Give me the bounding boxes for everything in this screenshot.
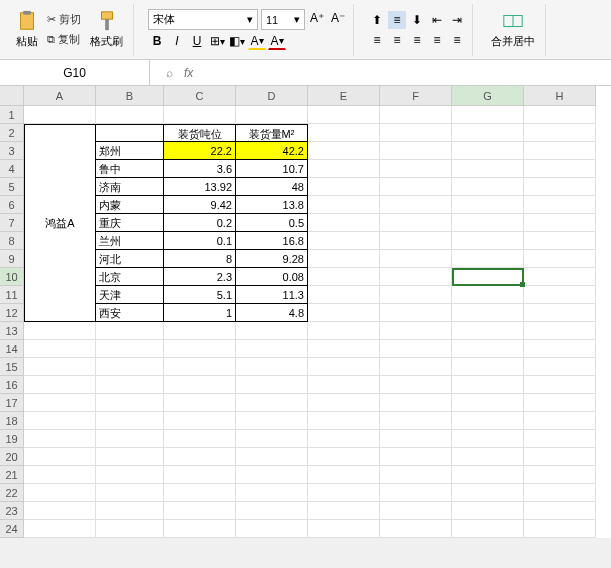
row-header[interactable]: 8: [0, 232, 24, 250]
row-header[interactable]: 5: [0, 178, 24, 196]
cell-D17[interactable]: [236, 394, 308, 412]
cell-G3[interactable]: [452, 142, 524, 160]
cell-G20[interactable]: [452, 448, 524, 466]
cell-H11[interactable]: [524, 286, 596, 304]
cell-F14[interactable]: [380, 340, 452, 358]
cell-F5[interactable]: [380, 178, 452, 196]
cell-B14[interactable]: [96, 340, 164, 358]
cell-G15[interactable]: [452, 358, 524, 376]
cell-F7[interactable]: [380, 214, 452, 232]
cell-F2[interactable]: [380, 124, 452, 142]
cell-A6[interactable]: [24, 196, 96, 214]
cell-B8[interactable]: 兰州: [96, 232, 164, 250]
format-painter-button[interactable]: 格式刷: [86, 8, 127, 51]
cell-C4[interactable]: 3.6: [164, 160, 236, 178]
cell-E10[interactable]: [308, 268, 380, 286]
cell-B3[interactable]: 郑州: [96, 142, 164, 160]
insert-function-button[interactable]: ⌕: [160, 64, 178, 82]
cell-A14[interactable]: [24, 340, 96, 358]
align-bottom-button[interactable]: ⬇: [408, 11, 426, 29]
cell-D19[interactable]: [236, 430, 308, 448]
row-header[interactable]: 11: [0, 286, 24, 304]
cell-G23[interactable]: [452, 502, 524, 520]
cell-A16[interactable]: [24, 376, 96, 394]
cell-C6[interactable]: 9.42: [164, 196, 236, 214]
cell-C2[interactable]: 装货吨位: [164, 124, 236, 142]
row-header[interactable]: 14: [0, 340, 24, 358]
cell-G10[interactable]: [452, 268, 524, 286]
cell-E17[interactable]: [308, 394, 380, 412]
row-header[interactable]: 10: [0, 268, 24, 286]
cell-E5[interactable]: [308, 178, 380, 196]
row-header[interactable]: 22: [0, 484, 24, 502]
cell-C7[interactable]: 0.2: [164, 214, 236, 232]
cell-A4[interactable]: [24, 160, 96, 178]
cell-F10[interactable]: [380, 268, 452, 286]
cell-E8[interactable]: [308, 232, 380, 250]
cell-A21[interactable]: [24, 466, 96, 484]
col-header-d[interactable]: D: [236, 86, 308, 106]
cell-A2[interactable]: [24, 124, 96, 142]
cell-A9[interactable]: [24, 250, 96, 268]
cell-D21[interactable]: [236, 466, 308, 484]
cell-E2[interactable]: [308, 124, 380, 142]
cell-E12[interactable]: [308, 304, 380, 322]
align-top-button[interactable]: ⬆: [368, 11, 386, 29]
cell-E21[interactable]: [308, 466, 380, 484]
cell-E19[interactable]: [308, 430, 380, 448]
cell-D1[interactable]: [236, 106, 308, 124]
cell-A18[interactable]: [24, 412, 96, 430]
cell-C22[interactable]: [164, 484, 236, 502]
cell-G11[interactable]: [452, 286, 524, 304]
cell-E22[interactable]: [308, 484, 380, 502]
cell-D6[interactable]: 13.8: [236, 196, 308, 214]
cell-H16[interactable]: [524, 376, 596, 394]
col-header-g[interactable]: G: [452, 86, 524, 106]
row-header[interactable]: 20: [0, 448, 24, 466]
cell-H23[interactable]: [524, 502, 596, 520]
font-name-select[interactable]: 宋体▾: [148, 9, 258, 30]
decrease-indent-button[interactable]: ⇤: [428, 11, 446, 29]
cell-D18[interactable]: [236, 412, 308, 430]
cell-D12[interactable]: 4.8: [236, 304, 308, 322]
cell-B20[interactable]: [96, 448, 164, 466]
cell-G21[interactable]: [452, 466, 524, 484]
cell-H1[interactable]: [524, 106, 596, 124]
cell-A8[interactable]: [24, 232, 96, 250]
cell-G19[interactable]: [452, 430, 524, 448]
cell-F15[interactable]: [380, 358, 452, 376]
cell-A1[interactable]: [24, 106, 96, 124]
cell-F19[interactable]: [380, 430, 452, 448]
cell-A7[interactable]: 鸿益A: [24, 214, 96, 232]
cell-B21[interactable]: [96, 466, 164, 484]
row-header[interactable]: 2: [0, 124, 24, 142]
cell-B4[interactable]: 鲁中: [96, 160, 164, 178]
cell-G9[interactable]: [452, 250, 524, 268]
cell-D4[interactable]: 10.7: [236, 160, 308, 178]
row-header[interactable]: 21: [0, 466, 24, 484]
cell-B7[interactable]: 重庆: [96, 214, 164, 232]
cell-B5[interactable]: 济南: [96, 178, 164, 196]
cell-C5[interactable]: 13.92: [164, 178, 236, 196]
cell-H18[interactable]: [524, 412, 596, 430]
cell-H17[interactable]: [524, 394, 596, 412]
cell-G6[interactable]: [452, 196, 524, 214]
cell-A23[interactable]: [24, 502, 96, 520]
distribute-button[interactable]: ≡: [448, 31, 466, 49]
cell-E18[interactable]: [308, 412, 380, 430]
font-color-button[interactable]: A▾: [268, 32, 286, 50]
row-header[interactable]: 18: [0, 412, 24, 430]
col-header-h[interactable]: H: [524, 86, 596, 106]
align-center-button[interactable]: ≡: [388, 31, 406, 49]
cell-G8[interactable]: [452, 232, 524, 250]
cell-E11[interactable]: [308, 286, 380, 304]
cell-A3[interactable]: [24, 142, 96, 160]
cell-B11[interactable]: 天津: [96, 286, 164, 304]
cell-C17[interactable]: [164, 394, 236, 412]
cell-C11[interactable]: 5.1: [164, 286, 236, 304]
cell-D13[interactable]: [236, 322, 308, 340]
cell-B17[interactable]: [96, 394, 164, 412]
cell-E9[interactable]: [308, 250, 380, 268]
row-header[interactable]: 24: [0, 520, 24, 538]
cell-B19[interactable]: [96, 430, 164, 448]
